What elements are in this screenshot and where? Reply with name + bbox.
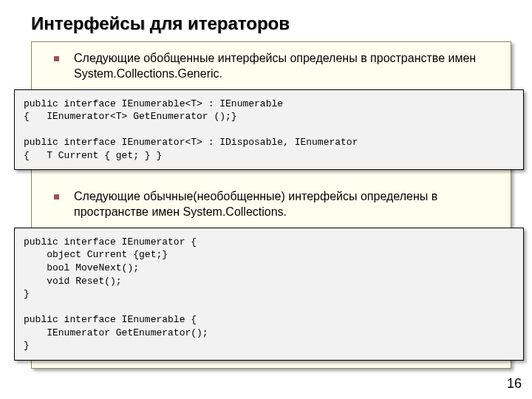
bullet-item-1: Следующие обобщенные интерфейсы определе… <box>32 47 511 86</box>
page-number: 16 <box>507 376 522 392</box>
code-block-generic: public interface IEnumerable<T> : IEnume… <box>14 89 524 171</box>
code-block-nongeneric: public interface IEnumerator { object Cu… <box>14 228 524 361</box>
spacer <box>32 173 511 185</box>
square-bullet-icon <box>54 56 59 61</box>
bullet-text-1: Следующие обобщенные интерфейсы определе… <box>74 51 497 82</box>
slide-title: Интерфейсы для итераторов <box>0 0 532 41</box>
square-bullet-icon <box>54 194 59 200</box>
bullet-text-2: Следующие обычные(необобщенные) интерфей… <box>74 189 497 220</box>
content-panel: Следующие обобщенные интерфейсы определе… <box>31 41 511 369</box>
bullet-item-2: Следующие обычные(необобщенные) интерфей… <box>32 185 511 225</box>
